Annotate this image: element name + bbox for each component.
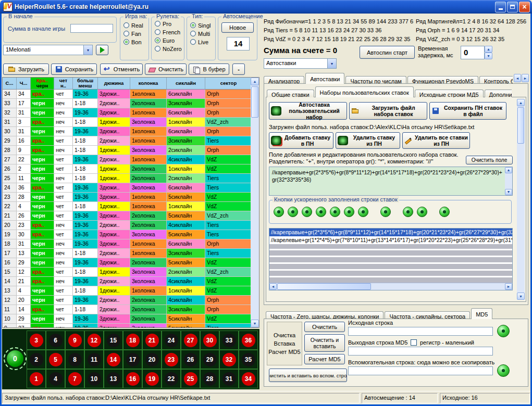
- scroll-down-icon[interactable]: ▼: [517, 293, 525, 300]
- tab-scroll-right[interactable]: ►: [522, 74, 529, 82]
- history-row[interactable]: 2916кра..чет1-182дюжи..1колонка3сиклайнT…: [3, 136, 252, 146]
- bet-edit-field[interactable]: //кареправые+gr(2*3*5*6)+gr(8*9*11*12)+g…: [269, 167, 513, 196]
- col-header-sector[interactable]: сектор: [205, 78, 252, 89]
- tab-sub-1[interactable]: Наборы пользовательских ставок: [315, 86, 414, 97]
- radio-singl[interactable]: Singl: [190, 22, 215, 29]
- tab-scroll-left[interactable]: ◄: [514, 74, 521, 82]
- history-row[interactable]: 1930кра..чет19-363дюжи..3колонка5сиклайн…: [3, 230, 252, 239]
- board-num-1[interactable]: 1: [30, 372, 43, 386]
- board-num-26[interactable]: 26: [184, 353, 197, 366]
- col-header-range[interactable]: большменш: [73, 78, 98, 89]
- quick-bet-button[interactable]: [439, 207, 450, 217]
- history-row[interactable]: 2722чернчет19-362дюжи..1колонка4сиклайнV…: [3, 155, 252, 164]
- register-checkbox[interactable]: [411, 339, 417, 346]
- history-row[interactable]: 262чернчет1-181дюжи..2колонка1сиклайнVdZ: [3, 164, 252, 174]
- board-num-29[interactable]: 29: [203, 353, 217, 366]
- tab-freq-1[interactable]: Частота - сиклайны, сектора: [385, 311, 470, 319]
- board-num-23[interactable]: 23: [165, 353, 178, 366]
- history-row[interactable]: 2511черннеч1-181дюжи..2колонка2сиклайнTi…: [3, 174, 252, 183]
- quick-bet-button[interactable]: [330, 207, 340, 217]
- delete-bet-button[interactable]: Удалить ставку из ПН: [336, 132, 400, 149]
- radio-euro[interactable]: Euro: [155, 37, 184, 44]
- board-num-30[interactable]: 30: [203, 334, 217, 347]
- history-row[interactable]: 3031черннеч19-363дюжи..1колонка6сиклайнO…: [3, 127, 252, 136]
- scroll-right-icon[interactable]: ►: [505, 283, 512, 290]
- board-num-31[interactable]: 31: [222, 372, 236, 386]
- board-num-35[interactable]: 35: [242, 353, 255, 366]
- md5-helper-input[interactable]: [348, 366, 493, 375]
- history-row[interactable]: 1512кра..чет1-181дюжи..3колонка2сиклайнV…: [3, 268, 252, 277]
- col-header-spin[interactable]: С...: [3, 78, 17, 89]
- tab-main-4[interactable]: Контроль банкр: [479, 76, 513, 84]
- list-h-scrollbar[interactable]: ◄ ►: [269, 283, 512, 290]
- collapse-button[interactable]: -: [232, 64, 245, 75]
- board-num-13[interactable]: 13: [107, 372, 120, 386]
- quick-bet-button[interactable]: [302, 207, 312, 217]
- history-row[interactable]: 1713черннеч1-182дюжи..1колонка3сиклайнTi…: [3, 249, 252, 258]
- board-num-12[interactable]: 12: [88, 334, 101, 347]
- board-num-33[interactable]: 33: [222, 334, 236, 347]
- quick-bet-button[interactable]: [274, 207, 284, 217]
- maximize-button[interactable]: [507, 2, 518, 12]
- board-num-9[interactable]: 9: [68, 334, 82, 347]
- undo-button[interactable]: Отменить: [100, 64, 143, 75]
- board-num-32[interactable]: 32: [222, 353, 236, 366]
- tab-freq-0[interactable]: Частота - Zero, шансы, дюжины, колонки: [266, 311, 383, 319]
- history-row[interactable]: 2126чернчет19-363дюжи..2колонка5сиклайнV…: [3, 211, 252, 221]
- board-num-34[interactable]: 34: [242, 372, 255, 386]
- delay-spinner[interactable]: ▲ ▼: [485, 46, 492, 59]
- board-num-10[interactable]: 10: [88, 372, 101, 386]
- col-header-number[interactable]: Ч...: [17, 78, 31, 89]
- col-header-sixline[interactable]: сиклайн: [167, 78, 205, 89]
- board-num-17[interactable]: 17: [126, 353, 140, 366]
- history-row[interactable]: 134чернчет1-181дюжи..1колонка1сиклайнVdZ: [3, 286, 252, 296]
- clear-field-button[interactable]: Очистить поле: [466, 156, 513, 164]
- save-set-file-button[interactable]: Сохранить ПН ставок в файл: [429, 102, 506, 120]
- col-header-column[interactable]: колонка: [130, 78, 167, 89]
- board-num-5[interactable]: 5: [49, 353, 63, 366]
- radio-nozero[interactable]: NoZero: [155, 45, 184, 52]
- minimize-button[interactable]: [495, 2, 506, 12]
- quick-bet-button[interactable]: [316, 207, 326, 217]
- col-header-color[interactable]: Кра..черн: [31, 78, 54, 89]
- col-header-dozen[interactable]: дюжина: [98, 78, 130, 89]
- board-num-21[interactable]: 21: [145, 334, 159, 347]
- history-row[interactable]: 1421кра..неч19-362дюжи..3колонка4сиклайн…: [3, 277, 252, 286]
- save-button[interactable]: Сохранить: [51, 64, 97, 75]
- spin-down-icon[interactable]: ▼: [485, 53, 492, 59]
- board-num-15[interactable]: 15: [107, 334, 120, 347]
- history-row[interactable]: 1629черннеч19-363дюжи..2колонка5сиклайнV…: [3, 258, 252, 268]
- md5-calc-button[interactable]: Расчет MD5: [304, 354, 345, 364]
- board-num-25[interactable]: 25: [184, 372, 197, 386]
- bet-set-item[interactable]: //карелевые+gr(1*2*4*5)+gr(7*8*10*11)+gr…: [269, 236, 512, 244]
- radio-multi[interactable]: Multi: [190, 30, 215, 37]
- scroll-down-icon[interactable]: ▼: [251, 320, 259, 327]
- board-num-8[interactable]: 8: [68, 353, 82, 366]
- board-num-22[interactable]: 22: [165, 372, 178, 386]
- radio-real[interactable]: Real: [123, 22, 149, 29]
- edit-scrollbar[interactable]: ▲ ▼: [505, 167, 512, 195]
- board-num-27[interactable]: 27: [184, 334, 197, 347]
- spin-up-icon[interactable]: ▲: [485, 46, 492, 53]
- clear-button[interactable]: Очистить: [145, 64, 187, 75]
- board-num-28[interactable]: 28: [203, 372, 217, 386]
- board-num-3[interactable]: 3: [30, 334, 43, 347]
- history-row[interactable]: 2328чернчет19-363дюжи..1колонка5сиклайнV…: [3, 193, 252, 202]
- tab-sub-2[interactable]: Исходные строки МД5: [415, 90, 484, 97]
- scroll-down-icon[interactable]: ▼: [505, 189, 512, 195]
- scroll-thumb[interactable]: [251, 86, 258, 118]
- board-num-4[interactable]: 4: [49, 372, 63, 386]
- md5-output-input[interactable]: [348, 347, 493, 356]
- history-row[interactable]: 927кра..неч19-363дюжи..3колонка5сиклайнT…: [3, 324, 252, 327]
- quick-bet-button[interactable]: [288, 207, 298, 217]
- tab-main-1[interactable]: Автоставки: [305, 73, 344, 84]
- load-set-file-button[interactable]: Загрузить файл набора ставок: [349, 102, 427, 120]
- board-num-2[interactable]: 2: [30, 353, 43, 366]
- chevron-down-icon[interactable]: ▼: [327, 59, 336, 68]
- scroll-up-icon[interactable]: ▲: [251, 78, 259, 85]
- history-row[interactable]: 313кра..неч1-181дюжи..3колонка1сиклайнVd…: [3, 118, 252, 127]
- quick-bet-button[interactable]: [417, 207, 427, 217]
- board-num-11[interactable]: 11: [88, 353, 101, 366]
- bet-set-item[interactable]: //кареправые+gr(2*3*5*6)+gr(8*9*11*12)+g…: [269, 229, 512, 236]
- run-preset-button[interactable]: [96, 45, 108, 55]
